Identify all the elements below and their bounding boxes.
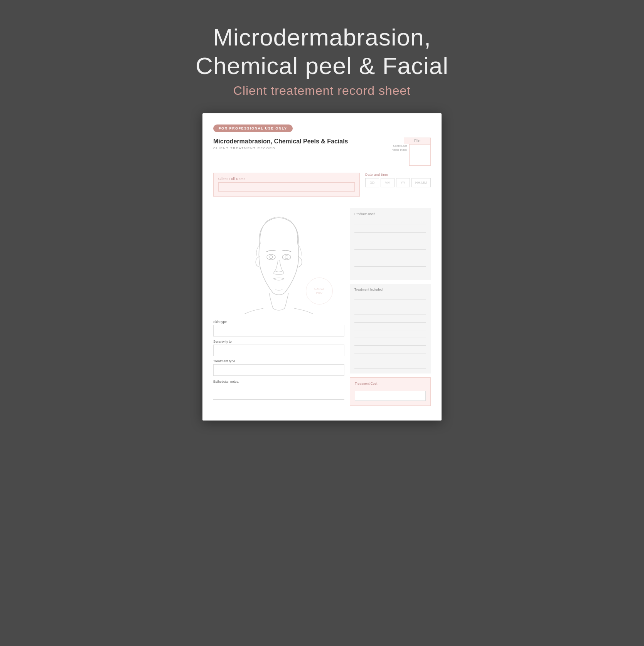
- treatment-line-9: [354, 357, 426, 361]
- form-row-top: Client Full Name Date and time DD MM YY …: [213, 173, 431, 203]
- watermark-text: CANVAPRO: [314, 287, 324, 295]
- product-line-2: [354, 228, 426, 233]
- treatment-line-2: [354, 303, 426, 307]
- treatment-type-group: Treatment type: [213, 359, 344, 376]
- product-line-6: [354, 262, 426, 267]
- treatment-cost-label: Treatment Cost: [355, 382, 426, 385]
- treatment-line-10: [354, 365, 426, 369]
- title-line1: Microdermabrasion,: [213, 24, 431, 50]
- left-col: CANVAPRO Skin type Sensitivity to Treatm…: [213, 208, 344, 408]
- notes-line-3: [213, 404, 344, 408]
- treatment-type-label: Treatment type: [213, 359, 344, 363]
- products-label: Products used: [354, 212, 426, 216]
- notes-line-2: [213, 395, 344, 400]
- date-dd: DD: [365, 178, 379, 187]
- doc-sub-title: CLIENT TREATMENT RECORD: [213, 146, 348, 150]
- client-last-name-label: Client LastName Initial: [391, 144, 407, 152]
- file-photo-box: [409, 144, 431, 166]
- date-label: Date and time: [365, 173, 431, 177]
- main-content: CANVAPRO Skin type Sensitivity to Treatm…: [213, 208, 431, 408]
- treatment-cost-input[interactable]: [355, 391, 426, 401]
- file-header-block: File Client LastName Initial: [391, 138, 431, 166]
- notes-lines: [213, 387, 344, 408]
- product-line-1: [354, 220, 426, 224]
- treatment-line-3: [354, 311, 426, 315]
- product-line-5: [354, 254, 426, 258]
- client-name-label: Client Full Name: [218, 177, 355, 181]
- treatment-cost-section: Treatment Cost: [350, 377, 431, 406]
- skin-type-input[interactable]: [213, 325, 344, 336]
- page-subtitle: Client treatement record sheet: [196, 84, 448, 98]
- skin-type-label: Skin type: [213, 320, 344, 324]
- svg-point-2: [282, 254, 291, 260]
- watermark: CANVAPRO: [306, 278, 333, 304]
- doc-title-block: Microdermabrasion, Chemical Peels & Faci…: [213, 138, 348, 150]
- product-line-3: [354, 237, 426, 241]
- date-yy: YY: [396, 178, 410, 187]
- document: FOR PROFESSIONAL USE ONLY Microdermabras…: [202, 113, 442, 421]
- page-title: Microdermabrasion, Chemical peel & Facia…: [196, 23, 448, 81]
- product-line-7: [354, 271, 426, 275]
- sensitivity-input[interactable]: [213, 345, 344, 356]
- sensitivity-label: Sensitivity to: [213, 340, 344, 343]
- treatment-line-8: [354, 349, 426, 353]
- svg-point-1: [270, 256, 273, 259]
- svg-point-3: [285, 256, 288, 259]
- right-col: Products used Treatment Included: [350, 208, 431, 408]
- notes-line-1: [213, 387, 344, 391]
- svg-point-0: [267, 254, 275, 260]
- product-line-4: [354, 245, 426, 250]
- skin-type-group: Skin type: [213, 320, 344, 336]
- product-lines: [354, 220, 426, 275]
- products-section: Products used: [350, 208, 431, 280]
- treatment-lines: [354, 295, 426, 369]
- face-illustration-box: CANVAPRO: [213, 208, 344, 316]
- notes-label: Esthetician notes:: [213, 380, 344, 384]
- title-line2: Chemical peel & Facial: [196, 52, 448, 79]
- page-header: Microdermabrasion, Chemical peel & Facia…: [196, 23, 448, 98]
- date-mm: MM: [381, 178, 394, 187]
- treatment-line-7: [354, 342, 426, 346]
- date-parts: DD MM YY HH:MM: [365, 178, 431, 187]
- date-block: Date and time DD MM YY HH:MM: [365, 173, 431, 203]
- treatment-included-section: Treatment Included: [350, 284, 431, 373]
- treatment-line-1: [354, 295, 426, 299]
- pro-badge: FOR PROFESSIONAL USE ONLY: [213, 124, 293, 132]
- doc-header-row: Microdermabrasion, Chemical Peels & Faci…: [213, 138, 431, 166]
- treatment-type-input[interactable]: [213, 364, 344, 376]
- client-name-block: Client Full Name: [213, 173, 360, 197]
- client-name-input[interactable]: [218, 182, 355, 192]
- file-label: File: [404, 139, 430, 143]
- treatment-line-4: [354, 318, 426, 323]
- doc-main-title: Microdermabrasion, Chemical Peels & Faci…: [213, 138, 348, 146]
- date-time: HH:MM: [411, 178, 431, 187]
- sensitivity-group: Sensitivity to: [213, 340, 344, 356]
- treatment-line-6: [354, 334, 426, 338]
- treatment-included-label: Treatment Included: [354, 288, 426, 291]
- treatment-line-5: [354, 326, 426, 330]
